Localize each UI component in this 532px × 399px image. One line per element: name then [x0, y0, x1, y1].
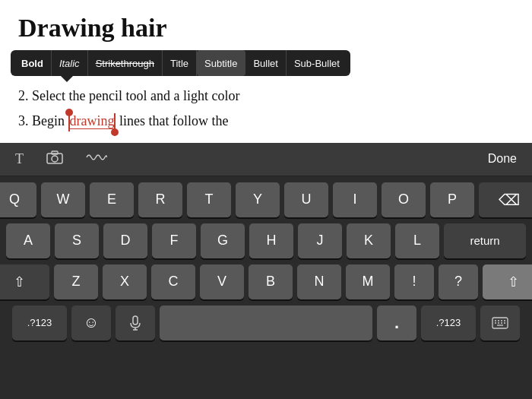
done-button[interactable]: Done — [488, 152, 517, 166]
key-s[interactable]: S — [55, 223, 99, 258]
key-return[interactable]: return — [444, 223, 526, 258]
key-space[interactable] — [160, 306, 372, 340]
format-toolbar: Bold Italic Strikethrough Title Subtitle… — [11, 50, 350, 76]
key-r[interactable]: R — [138, 182, 182, 217]
format-subtitle-button[interactable]: Subtitle — [197, 50, 245, 76]
format-strikethrough-button[interactable]: Strikethrough — [88, 50, 163, 76]
format-italic-button[interactable]: Italic — [52, 50, 88, 76]
keyboard-toolbar-icons: T — [15, 150, 107, 168]
key-row-3: ⇧ Z X C V B N M ! ? ⇧ — [3, 264, 529, 299]
line-3-number: 3. — [18, 113, 32, 128]
format-subbullet-button[interactable]: Sub-Bullet — [287, 50, 347, 76]
key-w[interactable]: W — [41, 182, 85, 217]
key-keyboard[interactable] — [480, 306, 520, 340]
key-shift-left[interactable]: ⇧ — [0, 264, 49, 299]
key-n[interactable]: N — [297, 264, 341, 299]
wave-icon[interactable] — [86, 151, 107, 167]
key-e[interactable]: E — [90, 182, 134, 217]
format-title-button[interactable]: Title — [163, 50, 197, 76]
line-3-text-before: Begin — [32, 113, 68, 128]
key-dot[interactable]: . — [377, 306, 416, 340]
line-3-text-after: lines that follow the — [116, 113, 228, 128]
key-row-1: Q W E R T Y U I O P ⌫ — [3, 182, 529, 217]
key-d[interactable]: D — [103, 223, 147, 258]
doc-line-3[interactable]: 3. Begin drawing lines that follow the — [18, 110, 514, 132]
document-title[interactable]: Drawing hair — [0, 0, 532, 50]
line-2-text: Select the pencil tool and a light color — [32, 88, 239, 103]
keyboard-toolbar: T Done — [0, 143, 532, 176]
key-row-4: .?123 ☺ . .?123 — [3, 306, 529, 340]
key-x[interactable]: X — [103, 264, 147, 299]
key-v[interactable]: V — [200, 264, 244, 299]
keyboard-area: T Done Q W E R T Y U — [0, 143, 532, 399]
svg-point-1 — [52, 156, 58, 162]
key-h[interactable]: H — [249, 223, 293, 258]
camera-icon[interactable] — [46, 150, 63, 168]
key-o[interactable]: O — [382, 182, 426, 217]
highlighted-word: drawing — [70, 113, 115, 129]
key-a[interactable]: A — [6, 223, 50, 258]
svg-rect-3 — [133, 316, 138, 325]
editor-area: Drawing hair Bold Italic Strikethrough T… — [0, 0, 532, 143]
key-u[interactable]: U — [284, 182, 328, 217]
key-question[interactable]: ? — [439, 264, 478, 299]
format-bold-button[interactable]: Bold — [14, 50, 52, 76]
key-c[interactable]: C — [151, 264, 195, 299]
line-2-number: 2. — [18, 88, 32, 103]
key-mic[interactable] — [116, 306, 155, 340]
key-b[interactable]: B — [249, 264, 293, 299]
key-i[interactable]: I — [333, 182, 377, 217]
selection-handle-right — [114, 113, 116, 131]
key-backspace[interactable]: ⌫ — [479, 182, 532, 217]
doc-content: 2. Select the pencil tool and a light co… — [0, 82, 532, 143]
key-f[interactable]: F — [152, 223, 196, 258]
key-num-left[interactable]: .?123 — [12, 306, 67, 340]
key-t[interactable]: T — [187, 182, 231, 217]
key-exclaim[interactable]: ! — [394, 264, 434, 299]
text-format-icon[interactable]: T — [15, 151, 24, 167]
key-z[interactable]: Z — [54, 264, 98, 299]
key-m[interactable]: M — [346, 264, 390, 299]
key-y[interactable]: Y — [236, 182, 280, 217]
toolbar-pointer — [61, 76, 73, 82]
key-emoji[interactable]: ☺ — [71, 306, 111, 340]
key-row-2: A S D F G H J K L return — [3, 223, 529, 258]
doc-line-2[interactable]: 2. Select the pencil tool and a light co… — [18, 85, 514, 107]
key-num-right[interactable]: .?123 — [421, 306, 476, 340]
key-l[interactable]: L — [395, 223, 439, 258]
svg-rect-2 — [52, 151, 58, 154]
key-shift-right[interactable]: ⇧ — [483, 264, 532, 299]
key-p[interactable]: P — [430, 182, 474, 217]
key-q[interactable]: Q — [0, 182, 36, 217]
format-bullet-button[interactable]: Bullet — [245, 50, 287, 76]
key-k[interactable]: K — [347, 223, 391, 258]
keyboard-keys: Q W E R T Y U I O P ⌫ A S D F G H J K L … — [0, 176, 532, 399]
key-j[interactable]: J — [298, 223, 342, 258]
key-g[interactable]: G — [201, 223, 245, 258]
